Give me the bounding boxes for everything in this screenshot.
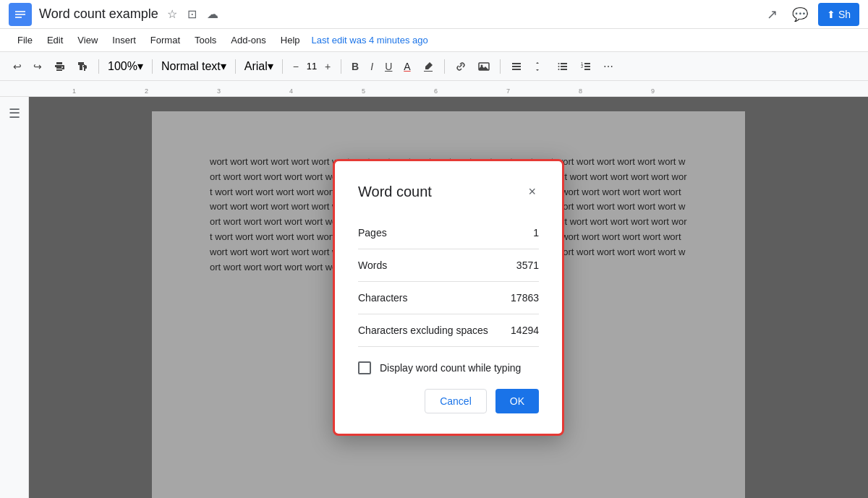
highlight-button[interactable] — [418, 58, 438, 75]
stat-pages-row: Pages 1 — [358, 217, 539, 249]
zoom-selector[interactable]: 100% ▾ — [105, 58, 146, 74]
activity-button[interactable]: ↗ — [762, 2, 782, 27]
ruler: 1 2 3 4 5 6 7 8 9 — [0, 81, 868, 97]
text-color-button[interactable]: A — [399, 58, 414, 75]
dialog-overlay: Word count × Pages 1 Words 3571 Characte… — [29, 97, 868, 498]
menu-view[interactable]: View — [72, 32, 103, 48]
stat-characters-value: 17863 — [511, 292, 539, 304]
divider-6 — [444, 59, 445, 74]
stat-chars-nospace-row: Characters excluding spaces 14294 — [358, 314, 539, 347]
stat-words-row: Words 3571 — [358, 249, 539, 282]
chat-button[interactable]: 💬 — [788, 2, 812, 27]
sidebar-outline-button[interactable]: ☰ — [4, 103, 25, 124]
stat-pages-value: 1 — [533, 227, 539, 239]
style-selector[interactable]: Normal text ▾ — [158, 58, 229, 74]
svg-rect-11 — [561, 69, 567, 70]
display-typing-label: Display word count while typing — [380, 362, 521, 374]
paint-format-button[interactable] — [72, 58, 93, 75]
stat-characters-label: Characters — [358, 292, 407, 304]
align-button[interactable] — [506, 58, 527, 75]
cancel-button[interactable]: Cancel — [425, 389, 487, 413]
last-edit-status[interactable]: Last edit was 4 minutes ago — [312, 35, 428, 46]
menu-insert[interactable]: Insert — [106, 32, 142, 48]
document-area: wort wort wort wort wort wort wort wort … — [29, 97, 868, 498]
bold-button[interactable]: B — [347, 58, 363, 75]
title-icons: ☆ ⊡ ☁ — [164, 4, 221, 24]
stat-words-label: Words — [358, 259, 387, 271]
divider-7 — [500, 59, 501, 74]
zoom-value: 100% — [108, 60, 137, 73]
svg-text:2: 2 — [581, 64, 584, 69]
menu-format[interactable]: Format — [145, 32, 186, 48]
top-bar: Word count example ☆ ⊡ ☁ ↗ 💬 ⬆ Sh — [0, 0, 868, 29]
dialog-header: Word count × — [358, 181, 539, 202]
svg-rect-7 — [512, 66, 521, 67]
svg-rect-9 — [561, 63, 567, 64]
font-size-plus-button[interactable]: + — [320, 58, 335, 75]
font-size-minus-button[interactable]: − — [289, 58, 303, 75]
svg-rect-10 — [561, 66, 567, 67]
main-area: ☰ wort wort wort wort wort wort wort wor… — [0, 97, 868, 498]
dialog-buttons: Cancel OK — [358, 389, 539, 413]
sidebar: ☰ — [0, 97, 29, 498]
link-button[interactable] — [451, 58, 471, 75]
svg-rect-19 — [584, 69, 590, 70]
display-typing-checkbox[interactable] — [358, 361, 371, 374]
ok-button[interactable]: OK — [495, 389, 539, 413]
stat-pages-label: Pages — [358, 227, 387, 239]
image-button[interactable] — [474, 58, 494, 75]
divider-4 — [282, 59, 283, 74]
stat-words-value: 3571 — [516, 259, 539, 271]
divider-5 — [341, 59, 341, 74]
list-button[interactable] — [553, 58, 573, 75]
menu-help[interactable]: Help — [275, 32, 306, 48]
dialog-close-button[interactable]: × — [525, 181, 539, 202]
stat-characters-row: Characters 17863 — [358, 282, 539, 314]
svg-rect-17 — [584, 63, 590, 64]
underline-button[interactable]: U — [380, 58, 396, 75]
style-arrow: ▾ — [221, 59, 226, 73]
open-with-icon: ⬆ — [827, 9, 835, 20]
document-title: Word count example — [39, 7, 158, 22]
toolbar: ↩ ↪ 100% ▾ Normal text ▾ Arial ▾ − 11 + … — [0, 52, 868, 81]
print-button[interactable] — [49, 58, 69, 75]
open-with-label: Sh — [838, 9, 851, 20]
menu-addons[interactable]: Add-ons — [225, 32, 271, 48]
divider-2 — [152, 59, 153, 74]
svg-rect-1 — [15, 11, 25, 12]
menu-file[interactable]: File — [12, 32, 38, 48]
stat-chars-nospace-label: Characters excluding spaces — [358, 325, 488, 336]
menu-tools[interactable]: Tools — [189, 32, 222, 48]
cloud-button[interactable]: ☁ — [204, 4, 221, 24]
italic-button[interactable]: I — [366, 58, 378, 75]
dialog-title: Word count — [358, 184, 432, 200]
svg-point-12 — [558, 63, 559, 64]
svg-point-13 — [558, 66, 559, 67]
top-right-actions: ↗ 💬 ⬆ Sh — [762, 2, 859, 27]
svg-rect-8 — [512, 69, 521, 70]
open-with-button[interactable]: ⬆ Sh — [818, 3, 859, 26]
svg-point-14 — [558, 69, 559, 70]
svg-rect-2 — [15, 14, 25, 15]
undo-button[interactable]: ↩ — [9, 58, 26, 75]
divider-1 — [98, 59, 99, 74]
zoom-arrow: ▾ — [137, 59, 143, 73]
font-value: Arial — [244, 60, 268, 73]
numbered-list-button[interactable]: 12 — [576, 58, 596, 75]
stat-chars-nospace-value: 14294 — [511, 325, 539, 336]
redo-button[interactable]: ↪ — [29, 58, 46, 75]
word-count-dialog: Word count × Pages 1 Words 3571 Characte… — [333, 159, 564, 436]
menu-bar: File Edit View Insert Format Tools Add-o… — [0, 29, 868, 52]
line-spacing-button[interactable] — [529, 58, 550, 75]
menu-edit[interactable]: Edit — [41, 32, 69, 48]
more-button[interactable]: ⋯ — [599, 58, 618, 75]
svg-rect-3 — [15, 17, 22, 18]
svg-rect-6 — [512, 63, 521, 64]
move-button[interactable]: ⊡ — [184, 4, 200, 24]
app-icon — [9, 3, 32, 26]
font-selector[interactable]: Arial ▾ — [242, 58, 276, 74]
style-value: Normal text — [161, 60, 221, 73]
star-button[interactable]: ☆ — [164, 4, 180, 24]
display-typing-row: Display word count while typing — [358, 347, 539, 383]
font-arrow: ▾ — [268, 59, 273, 73]
